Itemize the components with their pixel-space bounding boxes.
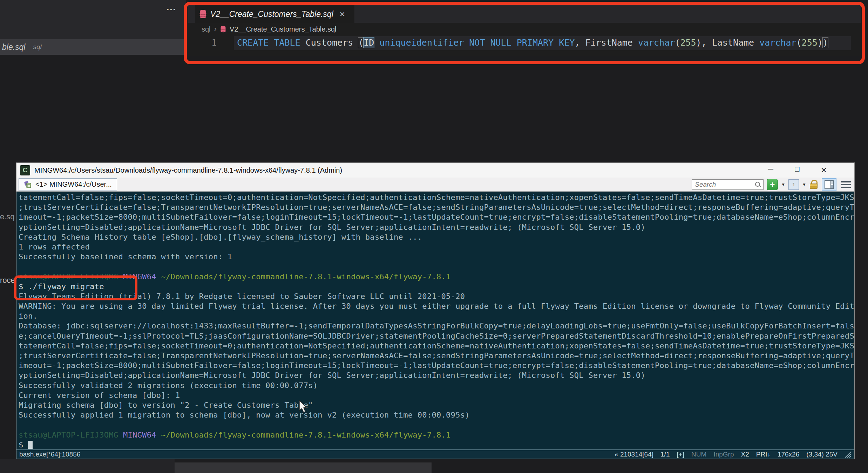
lock-icon[interactable] [809,180,819,189]
terminal-text: ;trustServerCertificate=false;Transparen… [19,203,854,212]
code-token: ), LastName [696,38,760,48]
terminal-line: ion. [19,311,854,321]
terminal-line: $ ./flyway migrate [19,282,854,292]
terminal-text: yptionSetting=Disabled;applicationName=M… [19,371,645,380]
terminal-text: Current version of schema [dbo]: 1 [19,391,180,400]
status-item[interactable]: [+] [677,451,684,458]
code-token: varchar [638,38,675,48]
chevron-down-icon[interactable]: ▼ [781,182,785,187]
terminal-text: Database: jdbc:sqlserver://localhost:143… [19,321,854,330]
background-text-fragment: roce [0,276,15,285]
code-token [374,38,379,48]
terminal-output[interactable]: tatementCall=false;fips=false;socketTime… [16,192,854,449]
terminal-line: stsau@LAPTOP-LFIJ3QMG MINGW64 ~/Download… [19,430,854,440]
status-item[interactable]: X2 [741,451,749,458]
code-token: varchar [759,38,796,48]
terminal-tab-bar: <1> MINGW64:/c/User... + ▼ 1 ▼ [16,178,854,192]
status-item[interactable]: 1/1 [660,451,670,458]
terminal-text: $ ./flyway migrate [19,282,104,291]
code-token: uniqueidentifier [379,38,464,48]
editor-overflow-menu-icon[interactable]: ••• [167,6,177,12]
code-token: ) [823,38,828,48]
background-tab-strip: ble.sql sql [0,39,186,55]
terminal-line: Creating Schema History table [eShop].[d… [19,232,854,242]
terminal-text: 1 rows affected [19,242,90,251]
terminal-line: tatementCall=false;fips=false;socketTime… [19,193,854,202]
terminal-text: ion. [19,312,38,320]
terminal-line: WARNING: You are using a 30 day limited … [19,301,854,311]
editor-tab-title: V2__Create_Customers_Table.sql [210,9,333,19]
terminal-text: ~/Downloads/flyway-commandline-7.8.1-win… [161,272,450,281]
code-token: ( [796,38,802,48]
terminal-text: Flyway Teams Edition (trial) 7.8.1 by Re… [19,292,465,301]
terminal-line: Successfully validated 2 migrations (exe… [19,381,854,391]
window-layout-button[interactable] [822,178,836,191]
terminal-cursor [28,441,33,449]
vscode-background-area [0,0,186,39]
status-item[interactable]: InpGrp [713,451,734,458]
terminal-title-bar[interactable]: C MINGW64:/c/Users/stsau/Downloads/flywa… [16,163,854,178]
terminal-text: tatementCall=false;fips=false;socketTime… [19,193,854,202]
terminal-line: Successfully baselined schema with versi… [19,252,854,262]
terminal-line: Flyway Teams Edition (trial) 7.8.1 by Re… [19,292,854,301]
msys-icon [24,180,32,189]
terminal-line: Successfully applied 1 migration to sche… [19,410,854,420]
code-token: ID [364,38,374,48]
terminal-line: imeout=-1;packetSize=8000;multiSubnetFai… [19,212,854,222]
editor-tab-sql-file[interactable]: V2__Create_Customers_Table.sql × [195,5,354,23]
terminal-tab-label: <1> MINGW64:/c/User... [35,180,112,188]
terminal-text: MINGW64 [123,272,161,281]
conemu-terminal-window: C MINGW64:/c/Users/stsau/Downloads/flywa… [16,162,855,459]
search-icon [755,181,761,188]
terminal-text: imeout=-1;packetSize=8000;multiSubnetFai… [19,213,854,221]
terminal-text: Successfully validated 2 migrations (exe… [19,381,318,390]
status-item[interactable]: PRI↓ [756,451,771,458]
background-strip [175,462,432,473]
minimize-button[interactable]: ─ [765,165,776,176]
terminal-tab-mingw64[interactable]: <1> MINGW64:/c/User... [19,178,117,191]
code-token: , FirstName [575,38,638,48]
terminal-toolbar: + ▼ 1 ▼ [692,178,852,191]
terminal-line: ;trustServerCertificate=false;Transparen… [19,351,854,361]
status-item[interactable]: NUM [691,451,706,458]
conemu-app-icon: C [20,165,30,175]
terminal-line: ;trustServerCertificate=false;Transparen… [19,202,854,212]
status-item[interactable]: 176x26 [778,451,799,458]
status-item[interactable]: (3,34) 25V [806,451,838,458]
new-console-button[interactable]: + [767,179,778,190]
code-token: CREATE TABLE [237,38,306,48]
resize-grip-icon[interactable] [844,451,852,458]
close-tab-icon[interactable]: × [340,9,345,19]
chevron-down-icon[interactable]: ▼ [802,182,806,187]
terminal-line: $ [19,440,854,449]
window-select-button[interactable]: 1 [788,179,799,190]
editor-tab-bar: V2__Create_Customers_Table.sql × [188,5,861,23]
terminal-text: imeout=-1;packetSize=8000;multiSubnetFai… [19,361,854,370]
database-icon [199,9,207,19]
menu-icon[interactable] [841,181,851,188]
background-tab-filename: ble.sql [2,42,25,52]
code-token: 255 [802,38,818,48]
terminal-text: stsau@LAPTOP-LFIJ3QMG [19,272,123,281]
search-input[interactable] [694,180,755,189]
code-token: Customers [306,38,359,48]
terminal-line [19,420,854,430]
code-row: 1 CREATE TABLE Customers (ID uniqueident… [188,35,861,52]
terminal-text: stsau@LAPTOP-LFIJ3QMG [19,431,123,439]
maximize-button[interactable]: □ [792,165,802,176]
terminal-text: Successfully applied 1 migration to sche… [19,411,470,419]
breadcrumb-file[interactable]: V2__Create_Customers_Table.sql [230,25,337,33]
terminal-text: Creating Schema History table [eShop].[d… [19,233,422,241]
close-button[interactable]: × [819,165,829,176]
code-token: ( [358,38,364,48]
terminal-line: e;cancelQueryTimeout=-1;sslProtocol=TLS;… [19,331,854,341]
status-process[interactable]: bash.exe[*64]:10856 [19,451,80,458]
status-item[interactable]: « 210314[64] [615,451,653,458]
terminal-line: imeout=-1;packetSize=8000;multiSubnetFai… [19,361,854,371]
code-line[interactable]: CREATE TABLE Customers (ID uniqueidentif… [237,38,828,48]
code-token: NOT NULL PRIMARY KEY [469,38,575,48]
breadcrumb-folder[interactable]: sql [202,25,211,33]
terminal-text: $ [19,440,28,449]
code-token [464,38,469,48]
terminal-text: e;cancelQueryTimeout=-1;sslProtocol=TLS;… [19,332,854,340]
